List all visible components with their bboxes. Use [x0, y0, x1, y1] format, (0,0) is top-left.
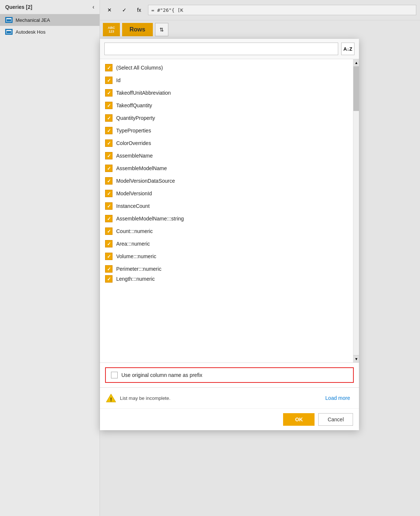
load-more-button[interactable]: Load more: [322, 394, 353, 402]
column-item-label: ModelVersionId: [116, 190, 152, 196]
prefix-label: Use original column name as prefix: [121, 372, 202, 378]
checkbox-select-all[interactable]: [105, 64, 112, 71]
prefix-checkbox[interactable]: [111, 372, 118, 378]
column-item-label: TakeoffQuantity: [116, 102, 152, 108]
checkbox-volume-numeric[interactable]: [105, 253, 112, 260]
column-item-assemble-name[interactable]: AssembleName: [100, 149, 359, 162]
checkbox-assemble-model-string[interactable]: [105, 215, 112, 222]
column-item-label: Volume:::numeric: [116, 253, 156, 259]
column-item-label: Area:::numeric: [116, 241, 150, 247]
cancel-button[interactable]: Cancel: [318, 413, 353, 426]
checkbox-type-properties[interactable]: [105, 127, 112, 134]
column-item-id[interactable]: Id: [100, 74, 359, 87]
checkbox-color-overrides[interactable]: [105, 139, 112, 147]
column-item-label: (Select All Columns): [116, 65, 163, 71]
column-item-label: Perimeter:::numeric: [116, 266, 161, 272]
column-item-label: TakeoffUnitAbbreviation: [116, 90, 171, 96]
column-item-label: TypeProperties: [116, 128, 151, 134]
scrollbar-track: ▲ ▼: [353, 59, 359, 362]
prefix-area: Use original column name as prefix: [100, 362, 359, 388]
checkbox-perimeter-numeric[interactable]: [105, 265, 112, 273]
column-item-takeoff-quantity[interactable]: TakeoffQuantity: [100, 99, 359, 112]
column-item-length-numeric[interactable]: Length:::numeric: [100, 275, 359, 283]
warning-left: ! List may be incomplete.: [106, 393, 171, 403]
column-item-type-properties[interactable]: TypeProperties: [100, 124, 359, 137]
warning-icon: !: [106, 393, 116, 403]
column-item-perimeter-numeric[interactable]: Perimeter:::numeric: [100, 263, 359, 275]
checkbox-model-version-datasource[interactable]: [105, 177, 112, 185]
checkbox-instance-count[interactable]: [105, 202, 112, 210]
checkbox-takeoff-quantity[interactable]: [105, 102, 112, 109]
column-item-label: AssembleModelName: [116, 165, 167, 171]
column-item-quantity-property[interactable]: QuantityProperty: [100, 112, 359, 124]
checkbox-assemble-name[interactable]: [105, 152, 112, 159]
warning-area: ! List may be incomplete. Load more: [100, 388, 359, 408]
column-item-label: InstanceCount: [116, 203, 149, 209]
search-area: A↓Z: [100, 39, 359, 59]
warning-text: List may be incomplete.: [120, 395, 171, 401]
column-item-label: Count:::numeric: [116, 228, 153, 234]
checkbox-assemble-model-name[interactable]: [105, 165, 112, 172]
column-item-assemble-model-string[interactable]: AssembleModelName:::string: [100, 212, 359, 225]
prefix-row: Use original column name as prefix: [105, 367, 354, 383]
column-item-color-overrides[interactable]: ColorOverrides: [100, 137, 359, 149]
column-item-instance-count[interactable]: InstanceCount: [100, 200, 359, 212]
ok-button[interactable]: OK: [283, 413, 315, 426]
expand-columns-dialog: A↓Z (Select All Columns) Id TakeoffUnitA…: [100, 39, 359, 430]
column-item-takeoff-unit[interactable]: TakeoffUnitAbbreviation: [100, 87, 359, 99]
checkbox-model-version-id[interactable]: [105, 190, 112, 197]
checkbox-takeoff-unit[interactable]: [105, 89, 112, 97]
column-item-label: AssembleName: [116, 153, 153, 159]
column-list-container: (Select All Columns) Id TakeoffUnitAbbre…: [100, 59, 359, 362]
modal-footer: OK Cancel: [100, 408, 359, 430]
column-item-label: ModelVersionDataSource: [116, 178, 175, 184]
column-item-label: Length:::numeric: [116, 276, 155, 282]
checkbox-count-numeric[interactable]: [105, 227, 112, 235]
scrollbar-up-button[interactable]: ▲: [353, 59, 359, 67]
column-item-count-numeric[interactable]: Count:::numeric: [100, 225, 359, 237]
column-item-label: QuantityProperty: [116, 115, 155, 121]
column-item-area-numeric[interactable]: Area:::numeric: [100, 237, 359, 250]
search-input[interactable]: [104, 43, 338, 55]
column-item-label: Id: [116, 77, 121, 83]
column-item-label: AssembleModelName:::string: [116, 216, 184, 222]
scrollbar-down-button[interactable]: ▼: [353, 355, 359, 362]
column-list: (Select All Columns) Id TakeoffUnitAbbre…: [100, 59, 359, 362]
column-item-assemble-model-name[interactable]: AssembleModelName: [100, 162, 359, 175]
column-item-model-version-datasource[interactable]: ModelVersionDataSource: [100, 175, 359, 187]
scrollbar-thumb[interactable]: [353, 67, 359, 111]
checkbox-area-numeric[interactable]: [105, 240, 112, 247]
checkbox-quantity-property[interactable]: [105, 114, 112, 122]
checkbox-length-numeric[interactable]: [105, 275, 112, 283]
column-item-label: ColorOverrides: [116, 140, 151, 146]
column-item-model-version-id[interactable]: ModelVersionId: [100, 187, 359, 200]
sort-button[interactable]: A↓Z: [341, 43, 355, 55]
column-item-select-all[interactable]: (Select All Columns): [100, 61, 359, 74]
checkbox-id[interactable]: [105, 77, 112, 84]
sort-az-icon: A↓Z: [343, 46, 352, 52]
svg-text:!: !: [110, 397, 112, 402]
column-item-volume-numeric[interactable]: Volume:::numeric: [100, 250, 359, 263]
